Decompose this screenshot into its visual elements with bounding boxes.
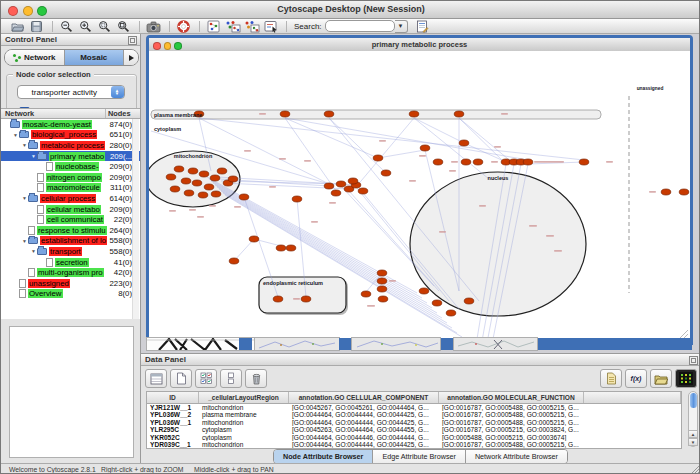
tree-row-label[interactable]: multi-organism pro [37,268,104,277]
resize-grip-icon[interactable] [690,464,700,474]
network-node[interactable] [358,188,368,194]
tree-row-label[interactable]: transport [49,247,82,256]
network-node[interactable] [579,159,589,165]
table-cell[interactable]: YPL036W__2 [147,411,199,418]
network-view-window[interactable]: primary metabolic process plasma membran… [146,35,693,345]
table-cell[interactable] [584,441,681,448]
tree-expand-icon[interactable]: ▼ [30,153,37,159]
search-input[interactable] [325,20,395,32]
table-cell[interactable] [584,404,681,411]
tree-row[interactable]: mosaic-demo-yeast874(0) [1,119,140,130]
network-node[interactable] [280,111,290,117]
tree-expand-icon[interactable]: ▼ [12,132,19,138]
table-cell[interactable]: [GO:0016787, GO:0005488, GO:0005215, G..… [439,411,584,418]
function-builder-icon[interactable]: f(x) [625,369,647,388]
table-cell[interactable]: cytoplasm [199,434,289,441]
tree-row-label[interactable]: metabolic process [40,141,105,150]
tree-row-label[interactable]: mosaic-demo-yeast [22,120,92,129]
import-attributes-icon[interactable] [600,369,622,388]
network-node[interactable] [301,296,311,302]
network-node[interactable] [377,278,387,284]
network-node[interactable] [377,286,387,292]
network-node[interactable] [198,192,208,198]
tree-row-label[interactable]: Overview [28,289,63,298]
open-session-icon[interactable] [9,19,26,33]
help-icon[interactable] [175,19,192,33]
tab-network-attribute-browser[interactable]: Network Attribute Browser [466,450,567,463]
network-node[interactable] [433,159,443,165]
tree-row-label[interactable]: cellular process [40,194,96,203]
network-node[interactable] [166,174,176,180]
network-node[interactable] [192,180,202,186]
table-cell[interactable]: [GO:0044464, GO:0044446, GO:0044444, G..… [289,434,439,441]
tree-row-label[interactable]: nitrogen compo [46,173,102,182]
network-node[interactable] [228,176,238,182]
search-dropdown-icon[interactable]: ▼ [395,20,408,33]
table-cell[interactable]: mitochondrion [199,404,289,411]
open-attributes-icon[interactable] [650,369,672,388]
network-node[interactable] [409,111,419,117]
table-row[interactable]: YKR052Ccytoplasm[GO:0044464, GO:0044446,… [147,434,681,441]
scrollbar-thumb[interactable] [690,393,697,408]
table-row[interactable]: YPL036W__2plasma membrane[GO:0044464, GO… [147,411,681,418]
tree-row[interactable]: cell communicat22(0) [1,214,140,225]
network-node[interactable] [324,183,334,189]
tree-expand-icon[interactable]: ▼ [21,142,28,148]
network-node[interactable] [523,159,533,165]
network-node[interactable] [331,190,341,196]
network-node[interactable] [181,178,191,184]
network-node[interactable] [199,171,209,177]
network-overview-icon[interactable] [205,19,222,33]
network-node[interactable] [276,245,286,251]
table-cell[interactable]: [GO:0016787, GO:0005488, GO:0005215, G..… [439,404,584,411]
tree-row-label[interactable]: nucleobase- [55,162,99,171]
table-cell[interactable]: YLR295C [147,426,199,433]
tree-row-label[interactable]: secretion [55,258,89,267]
network-node[interactable] [174,166,184,172]
scroll-down-button[interactable]: ▼ [688,438,698,446]
background-window-edge[interactable] [339,338,351,350]
table-row[interactable]: YPL036W__1mitochondrion[GO:0044464, GO:0… [147,419,681,426]
table-cell[interactable]: [GO:0016787, GO:0005488, GO:0005215, G..… [439,419,584,426]
tree-row[interactable]: ▼primary metabo209(... [1,151,140,162]
tab-mosaic[interactable]: Mosaic [65,50,125,65]
network-node[interactable] [459,140,469,146]
network-node[interactable] [420,145,430,151]
tree-row[interactable]: unassigned223(0) [1,278,140,289]
select-attributes-icon[interactable] [195,369,217,388]
save-session-icon[interactable] [28,19,45,33]
tree-expand-icon[interactable]: ▼ [21,238,28,244]
table-row[interactable]: YJR121W__1mitochondrion[GO:0045267, GO:0… [147,404,681,411]
network-node[interactable] [378,296,388,302]
tree-row[interactable]: multi-organism pro42(0) [1,267,140,278]
attribute-browser-icon[interactable] [414,19,431,33]
network-canvas[interactable]: plasma membranecytoplasmmitochondrionnuc… [149,51,690,342]
region-nucleus[interactable] [410,172,586,316]
table-cell[interactable]: [GO:0016787, GO:0005215, GO:0003824, G..… [439,426,584,433]
layout-icon-1[interactable] [224,19,241,33]
table-cell[interactable]: plasma membrane [199,411,289,418]
table-cell[interactable] [584,411,681,418]
network-node[interactable] [377,270,387,276]
network-node[interactable] [461,159,471,165]
new-attribute-icon[interactable] [170,369,192,388]
tree-row-label[interactable]: response to stimulu [37,226,107,235]
background-window-edge[interactable] [239,338,252,350]
network-node[interactable] [361,291,371,297]
tree-row-label[interactable]: macromolecule [46,183,101,192]
table-cell[interactable]: [GO:0045267, GO:0045261, GO:0044464, G..… [289,404,439,411]
tree-expand-icon[interactable]: ▼ [30,248,37,254]
tree-scrollbar[interactable] [132,119,139,319]
table-cell[interactable]: YPL036W__1 [147,419,199,426]
table-cell[interactable]: mitochondrion [199,441,289,448]
table-cell[interactable] [584,426,681,433]
tree-row-label[interactable]: unassigned [28,279,70,288]
tree-row-label[interactable]: cellular metabo [46,205,101,214]
network-node[interactable] [217,168,227,174]
network-node[interactable] [184,190,194,196]
tree-row[interactable]: ▼transport558(0) [1,246,140,257]
network-node[interactable] [454,111,464,117]
tree-row[interactable]: ▼establishment of lo558(0) [1,236,140,247]
snapshot-icon[interactable] [145,19,162,33]
tree-row-label[interactable]: cell communicat [46,215,104,224]
